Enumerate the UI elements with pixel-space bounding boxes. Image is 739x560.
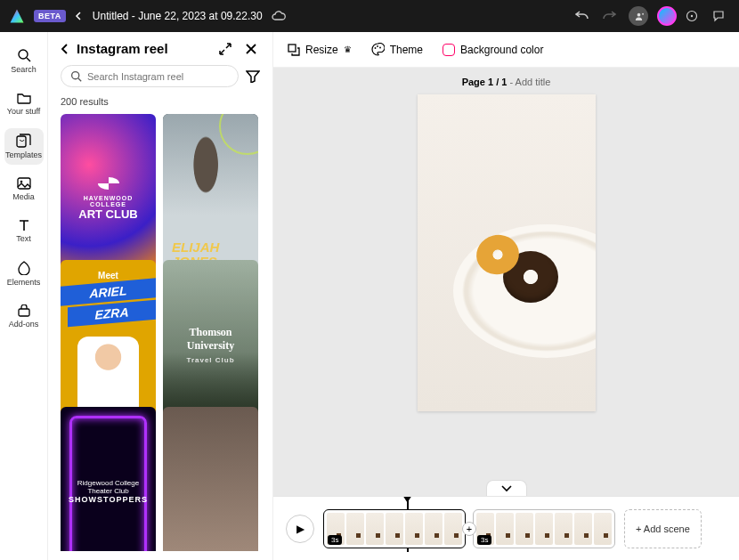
rail-label: Templates [5,150,42,159]
add-scene-button[interactable]: + Add scene [624,509,702,548]
app-logo [9,8,25,24]
svg-point-1 [637,12,640,16]
svg-point-17 [379,47,381,49]
close-icon[interactable] [242,44,260,54]
add-title-hint[interactable]: - Add title [507,77,550,87]
svg-point-5 [691,15,693,17]
resize-tool[interactable]: Resize ♛ [288,44,352,56]
template-grid[interactable]: HAVENWOOD COLLEGE ART CLUB ▶ ELIJAHJONES… [61,114,260,551]
clip-duration: 3s [477,535,491,545]
card-title: ART CLUB [78,207,137,221]
svg-rect-11 [19,309,29,316]
svg-point-16 [377,45,378,47]
card-subtitle: HAVENWOOD COLLEGE [68,195,149,207]
panel-title: Instagram reel [77,41,208,56]
tool-label: Background color [460,44,543,56]
svg-point-15 [374,47,376,49]
rail-label: Elements [7,278,41,287]
svg-rect-8 [17,136,26,147]
clip-duration: 3s [328,535,342,545]
user-avatar[interactable] [657,6,677,26]
page-label[interactable]: Page 1 / 1 - Add title [462,77,551,87]
addons-icon [17,304,31,317]
tool-label: Theme [390,44,423,56]
theme-tool[interactable]: Theme [371,43,423,56]
rail-label: Search [11,65,37,74]
templates-panel: Instagram reel 200 results HAVENWOOD COL… [48,32,272,560]
redo-button[interactable] [602,10,620,22]
svg-rect-14 [288,45,296,52]
rail-label: Your stuff [7,107,41,116]
rail-search[interactable]: Search [4,43,44,79]
media-icon [17,177,31,190]
svg-point-12 [72,72,79,79]
back-button[interactable] [75,12,84,20]
results-count: 200 results [61,96,260,107]
template-card[interactable]: HAVENWOOD COLLEGE ART CLUB ▶ [61,114,156,283]
svg-line-13 [78,78,81,81]
panel-back-button[interactable] [61,44,69,54]
collapse-timeline-button[interactable] [486,480,527,496]
artboard[interactable] [418,94,596,411]
play-button[interactable]: ▶ [286,515,314,543]
background-swatch [443,44,455,56]
rail-label: Add-ons [9,320,39,329]
comment-icon[interactable] [712,10,730,22]
canvas-toolbar: Resize ♛ Theme Background color [273,32,739,68]
rail-addons[interactable]: Add-ons [4,299,44,334]
svg-point-6 [19,50,28,59]
folder-icon [17,92,31,104]
svg-line-7 [27,58,30,61]
template-card[interactable]: Thomson University Travel Club ✦ [163,260,258,429]
template-card[interactable]: Meet ARIEL EZRA ▶ [61,260,156,429]
timeline-clip[interactable]: 3s [473,509,615,548]
rail-media[interactable]: Media [4,172,44,207]
rail-templates[interactable]: Templates [4,128,44,165]
template-card[interactable]: ELIJAHJONES ▶ [163,114,258,283]
rail-label: Media [12,192,35,201]
timeline-clip[interactable]: 3s [323,509,466,548]
svg-point-10 [20,181,22,183]
elements-icon [17,261,31,275]
text-icon [18,219,30,231]
rail-text[interactable]: Text [4,214,44,248]
resize-icon [288,44,300,56]
top-bar: BETA Untitled - June 22, 2023 at 09.22.3… [0,0,739,32]
svg-marker-0 [11,10,24,23]
template-card[interactable] [163,407,258,551]
card-logo-shape [98,177,119,190]
beta-badge: BETA [34,10,66,22]
search-input[interactable] [87,71,229,82]
cloud-sync-icon [272,11,286,21]
card-title: SHOWSTOPPERS [69,495,148,504]
template-card[interactable]: Ridgewood College Theater Club SHOWSTOPP… [61,407,156,551]
card-subtitle: Ridgewood College Theater Club [68,479,149,495]
filter-icon[interactable] [246,70,260,83]
card-title: Thomson University [170,326,251,353]
rail-your-stuff[interactable]: Your stuff [4,86,44,121]
search-icon [17,48,31,62]
rail-label: Text [16,234,31,243]
expand-icon[interactable] [215,43,235,55]
svg-rect-9 [18,178,30,189]
document-title[interactable]: Untitled - June 22, 2023 at 09.22.30 [93,10,263,22]
share-button[interactable] [629,6,648,26]
background-tool[interactable]: Background color [443,44,543,56]
help-icon[interactable] [686,10,703,22]
rail-elements[interactable]: Elements [4,256,44,292]
search-input-wrap[interactable] [61,65,239,87]
search-icon [70,70,82,82]
templates-icon [16,134,32,148]
theme-icon [371,43,385,56]
left-rail: Search Your stuff Templates Media Text E… [0,32,48,560]
crown-icon: ♛ [344,45,352,54]
tool-label: Resize [305,44,338,56]
undo-button[interactable] [575,10,593,22]
timeline: ▶ 3s + 3s + Add scene [273,496,739,560]
add-between-button[interactable]: + [462,522,476,536]
canvas-area: Resize ♛ Theme Background color Page 1 /… [272,32,739,560]
stage[interactable]: Page 1 / 1 - Add title [273,68,739,496]
